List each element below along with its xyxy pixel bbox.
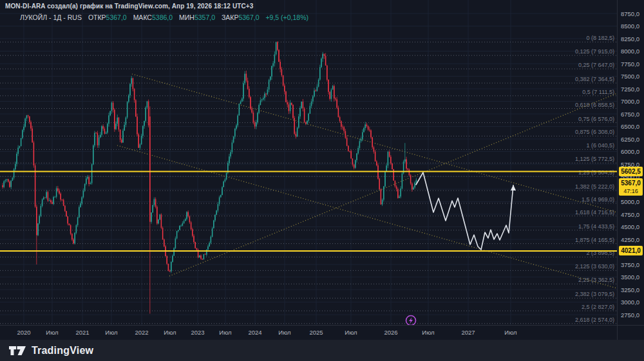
candle-body [312, 97, 314, 102]
candle-body [15, 164, 16, 169]
candle-body [29, 116, 30, 122]
candle-body [97, 133, 99, 145]
candle-body [298, 116, 299, 128]
fib-level-label: 0,382 (7 364,5) [575, 76, 614, 82]
candle-body [297, 127, 298, 136]
candle-body [392, 163, 393, 169]
candle-body [399, 196, 400, 198]
lightning-bolt-glyph [409, 317, 413, 324]
candle-body [260, 100, 261, 105]
low-value: 5357,0 [194, 14, 215, 21]
candle-body [234, 129, 236, 136]
price-axis-label: 6000,0 [621, 148, 639, 155]
candle-body [9, 181, 10, 187]
fib-level-label: 1 (6 040,5) [586, 142, 614, 149]
candle-body [349, 151, 350, 152]
candle-body [400, 189, 401, 196]
candle-body [354, 165, 355, 168]
fib-level-label: 1,875 (4 165,5) [575, 237, 614, 243]
candle-body [93, 145, 94, 165]
candle-body [12, 178, 14, 181]
candle-body [76, 225, 77, 233]
candle-body [216, 210, 217, 215]
candle-body [109, 111, 111, 116]
candle-body [106, 133, 107, 134]
candle-body [413, 187, 414, 189]
candle-body [43, 198, 44, 199]
candle-body [148, 102, 149, 125]
candle-body [308, 114, 309, 121]
candle-body [62, 199, 63, 200]
candle-body [412, 183, 413, 189]
fib-level-label: 1,25 (5 504,5) [578, 169, 614, 176]
candle-body [261, 99, 263, 100]
candle-body [370, 131, 372, 138]
fib-level-label: 1,382 (5 222,0) [575, 183, 614, 190]
price-axis-label: 6500,0 [621, 123, 639, 130]
price-axis-label: 8000,0 [621, 48, 639, 55]
price-axis-label: 2750,0 [621, 311, 639, 319]
candle-body [131, 79, 132, 84]
candle-body [366, 124, 368, 126]
candle-body [126, 118, 127, 125]
candle-body [94, 133, 95, 145]
candle-body [258, 105, 260, 113]
fib-level-label: 2,25 (3 362,5) [578, 277, 614, 283]
tradingview-logo[interactable]: TradingView [9, 344, 93, 357]
candle-body [37, 223, 39, 235]
forecast-zigzag-drawing[interactable] [416, 172, 513, 250]
candle-body [395, 181, 396, 187]
price-axis-label: 3750,0 [621, 261, 639, 268]
candle-body [220, 195, 222, 198]
candle-body [200, 255, 202, 259]
candle-body [372, 137, 373, 147]
change-value: +9,5 (+0,18%) [265, 14, 308, 21]
price-axis-label: 7750,0 [621, 60, 639, 68]
fib-level-label: 2,618 (2 574,0) [575, 317, 614, 323]
candle-body [69, 223, 70, 225]
candle-body [272, 63, 274, 66]
candle-body [138, 134, 139, 148]
candle-body [166, 256, 167, 264]
candle-body [60, 194, 61, 199]
price-axis[interactable]: 8750,08500,08250,08000,07750,07500,07250… [617, 0, 644, 340]
candle-body [416, 180, 417, 182]
symbol-title[interactable]: ЛУКОЙЛ - 1Д - RUS [20, 14, 82, 21]
candle-body [339, 117, 341, 121]
time-axis[interactable]: 2020Июл2021Июл2022Июл2023Июл2024Июл2025И… [0, 325, 644, 340]
chart-pane[interactable]: 0 (8 182,5)0,125 (7 915,0)0,25 (7 647,0)… [0, 0, 644, 325]
candle-body [253, 113, 254, 122]
candle-body [276, 42, 277, 54]
candle-body [289, 104, 290, 111]
candle-body [374, 147, 375, 152]
descending-channel-upper[interactable] [132, 74, 617, 212]
candle-body [218, 204, 219, 210]
fib-level-label: 0,5 (7 111,5) [582, 89, 614, 95]
descending-channel-lower[interactable] [117, 145, 617, 288]
candle-body [117, 118, 118, 124]
ascending-trendline[interactable] [169, 93, 617, 276]
price-axis-label: 7500,0 [621, 73, 639, 80]
time-axis-label: 2021 [75, 329, 89, 336]
price-axis-label: 3250,0 [621, 286, 639, 293]
candle-body [304, 108, 305, 122]
time-axis-label: Июл [278, 329, 290, 336]
fib-level-label: 0,75 (6 576,0) [578, 116, 614, 122]
fib-level-label: 0,618 (6 858,5) [575, 102, 614, 108]
candle-body [269, 80, 270, 89]
candle-body [388, 152, 389, 165]
candle-body [41, 206, 42, 216]
candle-body [100, 135, 101, 138]
candle-body [406, 159, 407, 169]
candle-body [194, 242, 196, 248]
candle-body [379, 179, 380, 190]
candle-body [99, 137, 100, 145]
time-axis-label: 2020 [17, 329, 30, 336]
candle-body [327, 66, 328, 80]
candle-body [281, 69, 283, 75]
fib-level-label: 1,125 (5 772,5) [575, 156, 614, 162]
candle-body [314, 91, 315, 97]
close-value: 5367,0 [238, 14, 259, 21]
candle-body [114, 110, 115, 129]
candle-body [102, 126, 104, 129]
